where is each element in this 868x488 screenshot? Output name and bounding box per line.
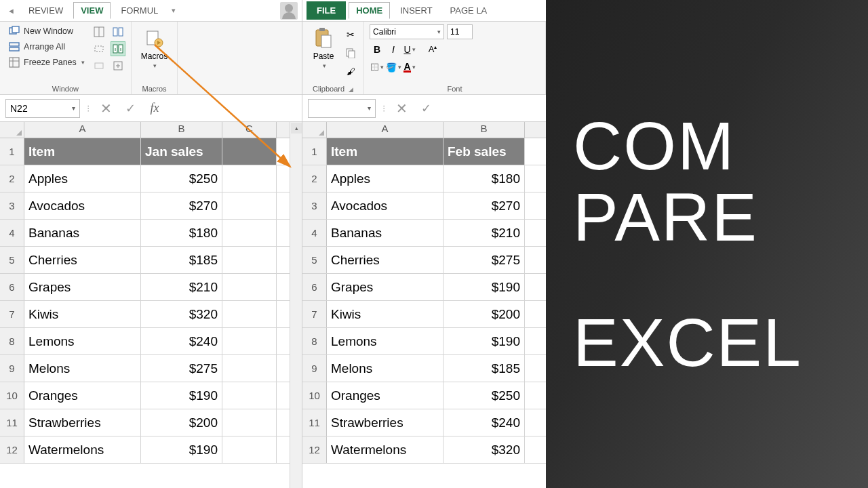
arrange-all-button[interactable]: Arrange All <box>5 40 87 54</box>
cell-value[interactable]: $185 <box>443 355 525 382</box>
cell-item[interactable]: Lemons <box>327 328 443 354</box>
fill-color-button[interactable]: 🪣▾ <box>386 60 401 75</box>
view-side-by-side-button[interactable] <box>111 24 125 39</box>
cell-value[interactable]: $185 <box>141 247 222 273</box>
row-header[interactable]: 1 <box>0 138 24 165</box>
cell-value[interactable]: $270 <box>141 192 222 219</box>
row-header[interactable]: 11 <box>302 409 327 436</box>
col-header-a[interactable]: A <box>327 122 443 138</box>
cell-item[interactable]: Kiwis <box>327 301 443 327</box>
tab-insert[interactable]: INSERT <box>393 2 439 19</box>
header-cell-sales[interactable]: Jan sales <box>141 138 222 165</box>
cell-item[interactable]: Cherries <box>327 247 443 273</box>
italic-button[interactable]: I <box>386 42 401 57</box>
col-header-b[interactable]: B <box>141 122 222 138</box>
header-cell-empty[interactable] <box>222 138 277 165</box>
cell-empty[interactable] <box>222 247 277 273</box>
cell-value[interactable]: $180 <box>443 165 525 192</box>
row-header[interactable]: 7 <box>302 301 327 327</box>
cell-item[interactable]: Melons <box>327 355 443 382</box>
row-header[interactable]: 6 <box>302 274 327 300</box>
split-button[interactable] <box>92 24 106 39</box>
cell-item[interactable]: Kiwis <box>24 301 141 327</box>
header-cell-item[interactable]: Item <box>327 138 443 165</box>
synchronous-scrolling-button[interactable] <box>111 41 125 56</box>
row-header[interactable]: 3 <box>0 192 24 219</box>
cell-value[interactable]: $275 <box>141 355 222 382</box>
cell-value[interactable]: $240 <box>443 409 525 436</box>
cell-item[interactable]: Oranges <box>327 382 443 409</box>
tab-file[interactable]: FILE <box>307 1 346 20</box>
tab-view[interactable]: VIEW <box>73 2 111 19</box>
row-header[interactable]: 1 <box>302 138 327 165</box>
cell-item[interactable]: Cherries <box>24 247 141 273</box>
row-header[interactable]: 9 <box>0 355 24 382</box>
tab-page-layout[interactable]: PAGE LA <box>443 2 495 19</box>
cell-value[interactable]: $275 <box>443 247 525 273</box>
cell-item[interactable]: Oranges <box>24 382 141 409</box>
row-header[interactable]: 6 <box>0 274 24 300</box>
cell-item[interactable]: Grapes <box>24 274 141 300</box>
macros-button[interactable]: Macros ▾ <box>137 24 172 83</box>
cancel-formula-button[interactable]: ✕ <box>96 99 115 118</box>
cell-empty[interactable] <box>222 436 277 463</box>
row-header[interactable]: 8 <box>0 328 24 354</box>
row-header[interactable]: 3 <box>302 192 327 219</box>
vertical-scrollbar[interactable]: ▴ <box>290 122 302 488</box>
row-header[interactable]: 5 <box>0 247 24 273</box>
reset-window-position-button[interactable] <box>111 58 125 73</box>
cell-value[interactable]: $190 <box>443 274 525 300</box>
cell-value[interactable]: $320 <box>443 436 525 463</box>
cell-empty[interactable] <box>222 220 277 246</box>
scroll-up-button[interactable]: ▴ <box>291 123 302 134</box>
cell-item[interactable]: Lemons <box>24 328 141 354</box>
account-avatar[interactable] <box>280 2 298 20</box>
font-name-select[interactable]: Calibri▾ <box>370 24 444 39</box>
row-header[interactable]: 2 <box>302 165 327 192</box>
cell-value[interactable]: $180 <box>141 220 222 246</box>
cell-empty[interactable] <box>222 192 277 219</box>
cell-empty[interactable] <box>222 328 277 354</box>
cell-value[interactable]: $250 <box>141 165 222 192</box>
cell-value[interactable]: $200 <box>443 301 525 327</box>
cell-value[interactable]: $270 <box>443 192 525 219</box>
hide-button[interactable] <box>92 41 106 56</box>
col-header-b[interactable]: B <box>443 122 525 138</box>
underline-button[interactable]: U▾ <box>402 42 417 57</box>
cell-item[interactable]: Strawberries <box>24 409 141 436</box>
cell-item[interactable]: Bananas <box>24 220 141 246</box>
cell-empty[interactable] <box>222 165 277 192</box>
row-header[interactable]: 7 <box>0 301 24 327</box>
bold-button[interactable]: B <box>370 42 384 57</box>
cell-value[interactable]: $240 <box>141 328 222 354</box>
cell-value[interactable]: $200 <box>141 409 222 436</box>
cell-item[interactable]: Melons <box>24 355 141 382</box>
increase-font-button[interactable]: A▴ <box>425 42 440 57</box>
name-box[interactable]: ▾ <box>308 99 376 118</box>
insert-function-button[interactable]: fx <box>145 99 164 118</box>
cell-item[interactable]: Grapes <box>327 274 443 300</box>
col-header-c[interactable]: C <box>222 122 277 138</box>
header-cell-item[interactable]: Item <box>24 138 141 165</box>
col-header-a[interactable]: A <box>24 122 141 138</box>
cell-item[interactable]: Bananas <box>327 220 443 246</box>
header-cell-sales[interactable]: Feb sales <box>443 138 525 165</box>
cell-value[interactable]: $320 <box>141 301 222 327</box>
cell-item[interactable]: Watermelons <box>24 436 141 463</box>
cell-value[interactable]: $210 <box>141 274 222 300</box>
row-header[interactable]: 12 <box>0 436 24 463</box>
borders-button[interactable]: ▾ <box>370 60 384 75</box>
cut-button[interactable]: ✂ <box>343 27 358 42</box>
tab-overflow-left[interactable]: ◄ <box>4 3 18 18</box>
row-header[interactable]: 5 <box>302 247 327 273</box>
paste-button[interactable]: Paste ▾ <box>308 24 339 83</box>
row-header[interactable]: 4 <box>302 220 327 246</box>
cell-empty[interactable] <box>222 274 277 300</box>
row-header[interactable]: 11 <box>0 409 24 436</box>
cell-item[interactable]: Avocados <box>327 192 443 219</box>
cell-value[interactable]: $190 <box>141 436 222 463</box>
select-all-corner[interactable] <box>0 122 24 138</box>
tab-home[interactable]: HOME <box>349 2 390 19</box>
tab-formulas[interactable]: FORMUL <box>113 2 165 19</box>
cell-empty[interactable] <box>222 301 277 327</box>
